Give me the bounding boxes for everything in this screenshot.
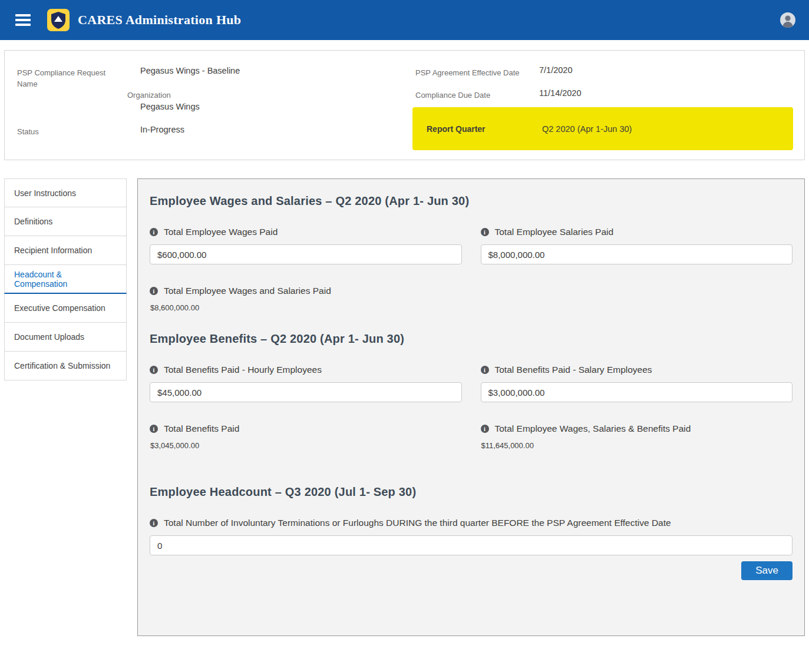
user-avatar-icon[interactable] <box>780 12 796 28</box>
report-quarter-label: Report Quarter <box>427 124 542 134</box>
wages-paid-label: Total Employee Wages Paid <box>164 226 278 239</box>
benefits-section-title: Employee Benefits – Q2 2020 (Apr 1- Jun … <box>150 332 793 346</box>
benefits-hourly-input[interactable] <box>150 382 462 402</box>
wages-section-title: Employee Wages and Salaries – Q2 2020 (A… <box>150 194 793 208</box>
menu-icon[interactable] <box>15 14 31 26</box>
sidebar-item-certification-submission[interactable]: Certification & Submission <box>4 352 127 380</box>
info-icon[interactable]: i <box>150 425 158 433</box>
sidebar-item-executive-compensation[interactable]: Executive Compensation <box>4 294 127 323</box>
wages-paid-input[interactable] <box>150 244 462 264</box>
benefits-hourly-field: i Total Benefits Paid - Hourly Employees <box>150 363 462 402</box>
request-name-value: Pegasus Wings - Baseline <box>140 66 240 75</box>
status-label: Status <box>17 126 39 137</box>
info-icon[interactable]: i <box>150 228 158 236</box>
wages-salaries-benefits-total-value: $11,645,000.00 <box>481 441 793 450</box>
headcount-compensation-form: Employee Wages and Salaries – Q2 2020 (A… <box>137 178 805 636</box>
sidebar-item-label: Recipient Information <box>14 246 92 255</box>
sidebar-item-document-uploads[interactable]: Document Uploads <box>4 323 127 352</box>
request-name-label: PSP Compliance Request Name <box>17 67 111 90</box>
terminations-label: Total Number of Involuntary Terminations… <box>164 517 671 529</box>
wages-salaries-benefits-total-label: Total Employee Wages, Salaries & Benefit… <box>495 422 691 435</box>
wages-salaries-benefits-total-field: i Total Employee Wages, Salaries & Benef… <box>481 422 793 450</box>
sidebar-item-label: User Instructions <box>14 188 76 198</box>
benefits-hourly-label: Total Benefits Paid - Hourly Employees <box>164 363 322 376</box>
wages-salaries-total-label: Total Employee Wages and Salaries Paid <box>164 284 331 297</box>
status-value: In-Progress <box>140 125 184 134</box>
terminations-input[interactable] <box>150 535 793 555</box>
info-icon[interactable]: i <box>150 519 158 527</box>
sidebar-item-recipient-information[interactable]: Recipient Information <box>4 236 127 265</box>
organization-label: Organization <box>127 90 171 101</box>
wages-salaries-total-value: $8,600,000.00 <box>150 303 793 312</box>
save-button[interactable]: Save <box>741 561 793 580</box>
salaries-paid-label: Total Employee Salaries Paid <box>495 226 614 239</box>
section-nav-sidebar: User Instructions Definitions Recipient … <box>4 178 127 380</box>
benefits-total-label: Total Benefits Paid <box>164 422 239 435</box>
sidebar-item-label: Definitions <box>14 217 52 226</box>
top-app-bar: CARES Administration Hub <box>0 0 809 40</box>
info-icon[interactable]: i <box>481 228 489 236</box>
sidebar-item-label: Headcount & Compensation <box>14 270 117 289</box>
due-date-value: 11/14/2020 <box>539 88 582 98</box>
benefits-total-value: $3,045,000.00 <box>150 441 462 450</box>
info-icon[interactable]: i <box>150 287 158 295</box>
sidebar-item-user-instructions[interactable]: User Instructions <box>4 178 127 207</box>
benefits-salary-label: Total Benefits Paid - Salary Employees <box>495 363 652 376</box>
due-date-label: Compliance Due Date <box>415 90 490 101</box>
app-logo-icon <box>47 9 70 31</box>
organization-value: Pegasus Wings <box>140 102 200 111</box>
info-icon[interactable]: i <box>150 366 158 374</box>
wages-paid-field: i Total Employee Wages Paid <box>150 226 462 264</box>
salaries-paid-input[interactable] <box>481 244 793 264</box>
report-quarter-highlight: Report Quarter Q2 2020 (Apr 1-Jun 30) <box>412 107 793 150</box>
effective-date-value: 7/1/2020 <box>539 65 572 75</box>
wages-salaries-total-field: i Total Employee Wages and Salaries Paid… <box>150 284 793 312</box>
sidebar-item-label: Executive Compensation <box>14 303 105 313</box>
effective-date-label: PSP Agreement Effective Date <box>415 67 520 78</box>
sidebar-item-label: Certification & Submission <box>14 361 110 370</box>
benefits-salary-field: i Total Benefits Paid - Salary Employees <box>481 363 793 402</box>
benefits-salary-input[interactable] <box>481 382 793 402</box>
info-icon[interactable]: i <box>481 366 489 374</box>
sidebar-item-label: Document Uploads <box>14 332 84 342</box>
headcount-section-title: Employee Headcount – Q3 2020 (Jul 1- Sep… <box>150 485 793 499</box>
salaries-paid-field: i Total Employee Salaries Paid <box>481 226 793 264</box>
info-icon[interactable]: i <box>481 425 489 433</box>
terminations-field: i Total Number of Involuntary Terminatio… <box>150 517 793 555</box>
sidebar-item-headcount-compensation[interactable]: Headcount & Compensation <box>4 265 127 294</box>
sidebar-item-definitions[interactable]: Definitions <box>4 207 127 236</box>
app-title: CARES Administration Hub <box>78 12 241 28</box>
report-quarter-value: Q2 2020 (Apr 1-Jun 30) <box>542 124 632 134</box>
benefits-total-field: i Total Benefits Paid $3,045,000.00 <box>150 422 462 450</box>
compliance-summary-card: PSP Compliance Request Name Pegasus Wing… <box>4 50 805 160</box>
